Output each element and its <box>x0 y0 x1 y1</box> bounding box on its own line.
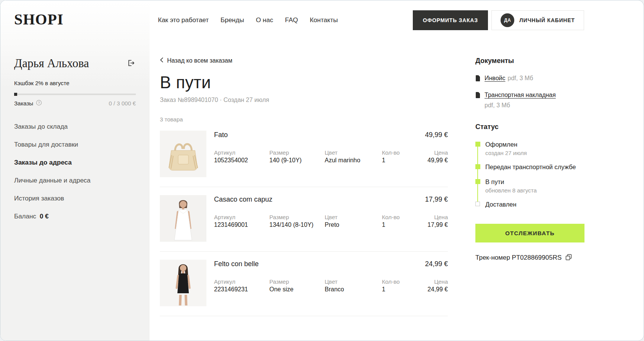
file-icon <box>475 75 480 84</box>
col-size: Размер <box>269 149 325 156</box>
back-link-label: Назад ко всем заказам <box>167 57 232 64</box>
documents-list: Инвойсpdf, 3 Мб Транспортная накладнаяpd… <box>475 74 584 110</box>
product-price: 24,99 € <box>425 260 448 268</box>
col-sku: Артикул <box>214 149 269 156</box>
product-color: Preto <box>325 221 382 228</box>
document-link-waybill[interactable]: Транспортная накладная <box>485 92 556 98</box>
step-label: Передан транспортной службе <box>485 163 584 171</box>
orders-label: Заказы <box>14 100 33 107</box>
step-sub: создан 27 июля <box>485 150 584 156</box>
product-sku: 2231469231 <box>214 286 269 293</box>
document-meta: pdf, 3 Мб <box>508 75 533 81</box>
app-window: SHOPI Дарья Альхова Кэшбэк 2% в августе <box>0 0 644 341</box>
track-button[interactable]: ОТСЛЕЖИВАТЬ <box>475 224 584 242</box>
user-name: Дарья Альхова <box>14 57 89 70</box>
product-price: 49,99 € <box>425 131 448 139</box>
step-done-marker <box>475 179 480 184</box>
progress-track <box>14 94 136 95</box>
product-size: 140 (9-10Y) <box>269 157 325 164</box>
copy-track-number-button[interactable] <box>565 254 572 262</box>
document-item-waybill: Транспортная накладнаяpdf, 3 Мб <box>475 91 584 110</box>
account-button[interactable]: ДА ЛИЧНЫЙ КАБИНЕТ <box>491 10 584 30</box>
product-size: 134/140 (8-10Y) <box>269 221 325 228</box>
col-price: Цена <box>427 214 448 220</box>
documents-heading: Документы <box>475 57 584 65</box>
svg-text:?: ? <box>38 101 40 105</box>
product-row: Felto con belle 24,99 € Артикул223146923… <box>160 252 448 316</box>
document-link-invoice[interactable]: Инвойс <box>485 75 506 81</box>
col-price: Цена <box>427 278 448 285</box>
product-name: Casaco com capuz <box>214 196 272 204</box>
avatar: ДА <box>501 13 514 27</box>
sidebar-item-orders-to-address[interactable]: Заказы до адреса <box>14 159 136 166</box>
status-step-created: Оформлен создан 27 июля <box>475 140 584 156</box>
brand-logo: SHOPI <box>14 10 136 28</box>
sidebar-menu: Заказы до склада Товары для доставки Зак… <box>14 123 136 202</box>
logout-button[interactable] <box>126 58 136 69</box>
product-price-cell: 17,99 € <box>427 221 448 228</box>
status-heading: Статус <box>475 123 584 131</box>
col-qty: Кол-во <box>382 149 427 156</box>
progress-knob <box>14 93 17 96</box>
sidebar: SHOPI Дарья Альхова Кэшбэк 2% в августе <box>0 0 150 341</box>
product-name: Fato <box>214 131 228 139</box>
product-sku: 1052354002 <box>214 157 269 164</box>
product-row: Casaco com capuz 17,99 € Артикул12314690… <box>160 187 448 252</box>
col-size: Размер <box>269 214 325 220</box>
sidebar-item-orders-to-warehouse[interactable]: Заказы до склада <box>14 123 136 131</box>
orders-progress-bar <box>14 93 136 96</box>
step-label: В пути <box>485 178 584 186</box>
file-icon <box>475 92 480 110</box>
step-sub: обновлен 8 августа <box>485 187 584 194</box>
step-label: Оформлен <box>485 140 584 149</box>
product-image-white-dress <box>160 195 206 242</box>
help-icon[interactable]: ? <box>36 100 42 107</box>
product-color: Azul marinho <box>325 157 382 164</box>
orders-progress-value: 0 / 3 000 € <box>109 100 136 107</box>
items-count: 3 товара <box>160 116 448 123</box>
document-item-invoice: Инвойсpdf, 3 Мб <box>475 74 584 84</box>
col-price: Цена <box>427 149 448 156</box>
order-side-panel: Документы Инвойсpdf, 3 Мб Транспортная н… <box>475 57 584 262</box>
status-step-handed-over: Передан транспортной службе <box>475 163 584 171</box>
account-button-label: ЛИЧНЫЙ КАБИНЕТ <box>519 17 575 23</box>
step-label: Доставлен <box>485 200 584 208</box>
product-qty: 1 <box>382 286 427 293</box>
product-name: Felto con belle <box>214 260 259 268</box>
col-color: Цвет <box>325 149 382 156</box>
step-done-marker <box>475 142 480 147</box>
product-image-handbag <box>160 131 206 177</box>
product-price-cell: 24,99 € <box>427 286 448 293</box>
product-sku: 1231469001 <box>214 221 269 228</box>
step-pending-marker <box>475 202 480 206</box>
sidebar-item-balance[interactable]: Баланс0 € <box>14 213 136 220</box>
status-timeline: Оформлен создан 27 июля Передан транспор… <box>475 140 584 208</box>
copy-icon <box>565 254 572 262</box>
product-qty: 1 <box>382 221 427 228</box>
order-subtitle: Заказ №8989401070 · Создан 27 июля <box>160 97 448 103</box>
sidebar-item-goods-for-delivery[interactable]: Товары для доставки <box>14 141 136 149</box>
col-color: Цвет <box>325 278 382 285</box>
sidebar-item-order-history[interactable]: История заказов <box>14 195 136 202</box>
track-number: Трек-номер PT028869905RS <box>475 254 562 262</box>
product-price-cell: 49,99 € <box>427 157 448 164</box>
logout-icon <box>127 59 135 68</box>
col-size: Размер <box>269 278 325 285</box>
product-image-black-dress <box>160 260 206 306</box>
status-step-delivered: Доставлен <box>475 200 584 208</box>
page-title: В пути <box>160 73 448 92</box>
document-meta: pdf, 3 Мб <box>485 101 556 110</box>
col-sku: Артикул <box>214 278 269 285</box>
col-color: Цвет <box>325 214 382 220</box>
cashback-label: Кэшбэк 2% в августе <box>14 80 136 86</box>
order-detail: Назад ко всем заказам В пути Заказ №8989… <box>160 0 448 316</box>
chevron-left-icon <box>160 57 164 65</box>
balance-value: 0 € <box>40 213 49 220</box>
back-link[interactable]: Назад ко всем заказам <box>160 57 232 65</box>
col-qty: Кол-во <box>382 214 427 220</box>
product-size: One size <box>269 286 325 293</box>
product-qty: 1 <box>382 157 427 164</box>
product-price: 17,99 € <box>425 196 448 204</box>
sidebar-item-personal-data[interactable]: Личные данные и адреса <box>14 177 136 184</box>
product-row: Fato 49,99 € Артикул1052354002 Размер140… <box>160 123 448 187</box>
